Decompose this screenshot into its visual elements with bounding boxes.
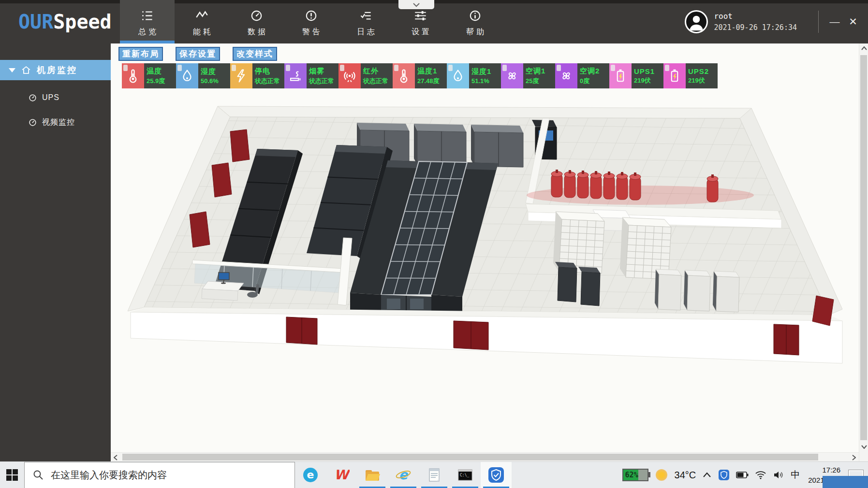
logo-text-blue: OUR: [18, 11, 53, 33]
nav-tab-energy[interactable]: 能耗: [175, 0, 229, 43]
weather-sun-icon[interactable]: [655, 468, 668, 482]
sensor-badge-humidity[interactable]: 湿度 50.6%: [176, 63, 230, 88]
avatar[interactable]: [685, 10, 708, 33]
edge-icon: e: [302, 467, 319, 483]
server-room-3d-view[interactable]: [128, 102, 856, 393]
smoke-icon: [284, 63, 307, 88]
nav-label: 数据: [245, 27, 268, 37]
chevron-down-icon: [412, 2, 420, 7]
sensor-label: 停电: [255, 67, 284, 76]
application-window: OURSpeed 总览 能耗 数据 警告 日志: [0, 0, 868, 488]
scroll-down-button[interactable]: [859, 442, 868, 452]
sidebar-item-label: 视频监控: [42, 117, 75, 128]
sensor-badge-ac2[interactable]: 空调2 0度: [555, 63, 609, 88]
sidebar-item-video-monitoring[interactable]: 视频监控: [0, 115, 111, 129]
app-logo: OURSpeed: [0, 0, 120, 43]
nav-tab-alerts[interactable]: 警告: [284, 0, 338, 43]
sensor-badge-ac1[interactable]: 空调1 25度: [501, 63, 555, 88]
relayout-button[interactable]: 重新布局: [118, 47, 163, 61]
sidebar-item-room-monitoring[interactable]: 机房监控: [0, 60, 111, 80]
sensor-label: 空调2: [580, 67, 609, 76]
nav-tab-data[interactable]: 数据: [229, 0, 284, 43]
scroll-left-button[interactable]: [111, 453, 120, 461]
main-nav: 总览 能耗 数据 警告 日志 设置: [120, 0, 502, 43]
sensor-badge-humidity1[interactable]: 湿度1 51.1%: [447, 63, 501, 88]
sensor-badge-power-outage[interactable]: 停电 状态正常: [230, 63, 284, 88]
start-button[interactable]: [0, 462, 24, 488]
settings-sliders-icon: [414, 9, 427, 22]
search-icon: [32, 469, 44, 481]
taskbar-app-wps[interactable]: W: [326, 462, 357, 488]
energy-pulse-icon: [195, 9, 208, 22]
help-info-icon: [469, 9, 482, 22]
command-prompt-icon: C:\_: [457, 467, 473, 483]
nav-label: 设置: [409, 27, 432, 37]
chevron-up-icon[interactable]: [702, 472, 712, 478]
wifi-icon[interactable]: [755, 470, 766, 480]
sensor-badge-temperature1[interactable]: 温度1 27.48度: [393, 63, 447, 88]
sensor-value: 219伏: [634, 76, 663, 85]
tray-security-shield-icon[interactable]: [718, 469, 730, 481]
ups-battery-icon: [609, 63, 632, 88]
sensor-badge-temperature[interactable]: 温度 25.9度: [122, 63, 176, 88]
taskbar-app-file-explorer[interactable]: [357, 462, 388, 488]
save-settings-button[interactable]: 保存设置: [176, 47, 220, 61]
sensor-label: 湿度1: [471, 67, 501, 76]
nav-tab-overview[interactable]: 总览: [120, 0, 175, 43]
collapse-tab-button[interactable]: [398, 0, 434, 9]
vertical-scroll-thumb[interactable]: [860, 55, 867, 440]
sensor-label: 空调1: [526, 67, 555, 76]
taskbar-app-command-prompt[interactable]: C:\_: [450, 462, 481, 488]
taskbar-search-box[interactable]: [24, 462, 295, 488]
sensor-value: 状态正常: [309, 77, 338, 86]
sensor-value: 0度: [580, 77, 609, 86]
windows-logo-icon: [6, 469, 18, 481]
nav-label: 警告: [300, 27, 323, 37]
speaker-icon[interactable]: [773, 470, 784, 480]
sensor-value: 51.1%: [471, 77, 501, 85]
horizontal-scrollbar[interactable]: [111, 452, 859, 461]
desk-monitor: [219, 273, 229, 280]
chevron-down-icon: [861, 445, 867, 449]
sensor-value: 219伏: [688, 76, 718, 85]
user-area: root 2021-09-26 17:26:34 — ✕: [685, 0, 868, 43]
scroll-right-button[interactable]: [849, 453, 859, 461]
taskbar-app-internet-explorer[interactable]: e: [388, 462, 419, 488]
window-controls-divider: [818, 11, 819, 33]
home-icon: [21, 65, 31, 75]
battery-indicator[interactable]: 62%: [622, 469, 648, 481]
scene-toolbar: 重新布局 保存设置 改变样式: [118, 47, 277, 61]
search-input[interactable]: [51, 470, 273, 481]
taskbar-app-notepad[interactable]: [419, 462, 450, 488]
weather-temperature[interactable]: 34°C: [675, 470, 696, 481]
sensor-badge-ups2[interactable]: UPS2 219伏: [663, 63, 718, 88]
sensor-badge-ups1[interactable]: UPS1 219伏: [609, 63, 663, 88]
log-icon: [359, 9, 372, 22]
chevron-right-icon: [852, 455, 856, 460]
vertical-scrollbar[interactable]: [859, 43, 868, 461]
nav-tab-logs[interactable]: 日志: [338, 0, 393, 43]
change-style-button[interactable]: 改变样式: [233, 47, 277, 61]
sensor-label: 烟雾: [309, 67, 338, 76]
clock-time: 17:26: [808, 465, 840, 475]
close-button[interactable]: ✕: [844, 13, 862, 31]
scroll-up-button[interactable]: [859, 43, 868, 53]
sensor-badge-infrared[interactable]: 红外 状态正常: [338, 63, 393, 88]
logo-text-white: Speed: [53, 11, 111, 33]
sensor-label: 红外: [363, 67, 393, 76]
horizontal-scroll-thumb[interactable]: [122, 454, 818, 460]
taskbar-app-security-center[interactable]: [481, 462, 512, 488]
svg-text:e: e: [399, 467, 409, 482]
minimize-button[interactable]: —: [825, 13, 844, 31]
tray-battery-icon[interactable]: [736, 471, 749, 479]
thermometer-icon: [122, 63, 144, 88]
taskbar-app-edge[interactable]: e: [295, 462, 326, 488]
sensor-badge-smoke[interactable]: 烟雾 状态正常: [284, 63, 338, 88]
droplet-icon: [447, 63, 469, 88]
ime-indicator[interactable]: 中: [791, 469, 800, 481]
sidebar-item-ups[interactable]: UPS: [0, 90, 111, 105]
background-window-corner: [823, 476, 868, 488]
nav-tab-help[interactable]: 帮助: [448, 0, 502, 43]
data-gauge-icon: [250, 9, 263, 22]
user-icon: [687, 12, 706, 31]
